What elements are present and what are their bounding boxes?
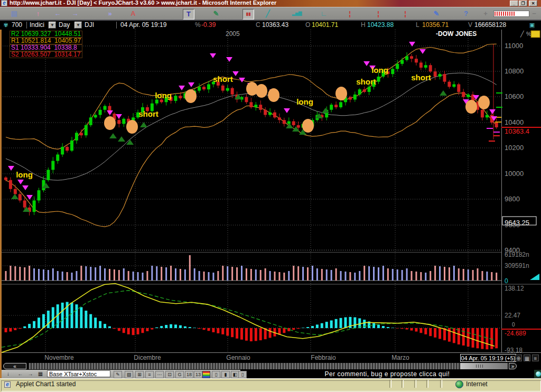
candle	[353, 95, 357, 100]
signal-label: long	[296, 97, 313, 106]
pen-icon[interactable]: ✎	[431, 9, 442, 18]
zoom-plus-icon[interactable]: +	[480, 9, 491, 18]
candle	[457, 85, 460, 92]
marker1-icon[interactable]: ¦	[344, 9, 355, 18]
fast-forward-icon[interactable]: »	[105, 9, 115, 18]
home-scale-button[interactable]	[531, 31, 540, 38]
macd-bar	[372, 323, 375, 328]
scroll-left-button[interactable]: «	[3, 363, 26, 369]
volume-bar	[468, 269, 469, 281]
sell-triangle-icon	[116, 114, 122, 119]
import-icon[interactable]: ↓	[4, 370, 12, 378]
minimize-button[interactable]: _	[510, 1, 518, 6]
volume-bar	[255, 269, 257, 281]
macd-bar	[316, 324, 319, 328]
zoom-tool-icon[interactable]: ⊕	[515, 354, 522, 361]
volume-bar	[246, 268, 247, 281]
candle	[278, 117, 281, 120]
applet-icon[interactable]: ✾	[2, 21, 10, 29]
macd-bar	[203, 328, 206, 330]
wizard-icon[interactable]: ✎	[114, 371, 122, 378]
macd-bar	[5, 328, 7, 332]
scroll-data-strip[interactable]	[29, 363, 460, 369]
shift-icon[interactable]: ⊡	[165, 371, 174, 378]
month-label: Dicembre	[134, 354, 161, 361]
frame4-icon[interactable]: ▯	[238, 371, 247, 378]
chart-applet: longshortlongshortlongshortlongshort1100…	[0, 30, 541, 378]
volume-bar	[430, 271, 431, 281]
chart-scrollbar[interactable]: « »	[2, 362, 541, 370]
chart-style-select[interactable]: Base XTsar+Xstoc	[47, 370, 110, 377]
volume-bar	[184, 269, 186, 281]
text-tool-icon[interactable]: T	[183, 9, 194, 20]
snapshot-icon[interactable]: ▣	[528, 21, 536, 29]
macd-bar	[424, 328, 427, 334]
macd-bar	[297, 328, 300, 329]
volume-bar	[19, 267, 21, 281]
dropdown-button[interactable]: ▼	[74, 22, 82, 29]
marker3-icon[interactable]: ¦	[400, 9, 411, 18]
marker2-icon[interactable]: ¦	[373, 9, 384, 18]
grid2-icon[interactable]: G	[175, 371, 184, 378]
candle	[89, 117, 92, 125]
draw-tool-icon[interactable]: ✎	[211, 9, 221, 18]
image-icon[interactable]: ▧	[125, 371, 133, 378]
frame1-icon[interactable]: ▯	[212, 371, 220, 378]
sort-icon[interactable]: A	[128, 9, 138, 18]
chart-canvas[interactable]: longshortlongshortlongshortlongshort1100…	[2, 30, 541, 353]
volume-bar	[57, 271, 59, 281]
message-banner[interactable]: Per commenti, bug e proposte clicca qui!	[240, 370, 534, 378]
dropdown-button[interactable]: ▼	[49, 22, 56, 29]
colors-icon[interactable]	[202, 371, 210, 378]
candle	[94, 115, 97, 118]
step-chart-icon[interactable]: ∟	[319, 9, 329, 18]
volume-bar	[212, 273, 214, 281]
volume-bar	[331, 270, 332, 281]
volume-bar	[29, 266, 30, 281]
grid-icon[interactable]: ▦	[36, 370, 44, 378]
next-icon[interactable]: →	[26, 370, 34, 378]
help-icon[interactable]: ?	[461, 9, 471, 18]
line-scale-icon[interactable]: ╱	[520, 30, 525, 38]
close-button[interactable]: ✕	[529, 1, 537, 6]
pattern-icon[interactable]: ▦	[524, 354, 530, 361]
sell-triangle-icon	[284, 108, 290, 113]
macd-bar	[344, 318, 347, 328]
restore-button[interactable]: ❐	[519, 1, 527, 6]
volume-bar	[368, 266, 370, 281]
right-arrow-icon[interactable]: →	[70, 9, 80, 18]
prev-icon[interactable]: ←	[16, 370, 24, 378]
volume-bar	[363, 266, 365, 281]
line-chart-icon[interactable]: ╱	[263, 9, 273, 18]
ruler-icon[interactable]: ⊞	[135, 371, 144, 378]
scroll-thumb[interactable]	[460, 363, 508, 369]
ie-doc-icon: e	[4, 381, 11, 388]
bar-chart-icon[interactable]: ▂▅▇	[292, 9, 302, 18]
candle	[405, 56, 408, 60]
volume-bar	[137, 272, 139, 281]
dots-icon[interactable]: ≡	[145, 371, 154, 378]
volume-bar	[359, 271, 360, 281]
zoom-range[interactable]	[493, 11, 529, 17]
candle	[33, 200, 36, 212]
zoom-minus-icon[interactable]: −	[529, 9, 539, 18]
left-arrow-icon[interactable]: ←	[52, 9, 63, 18]
menu-icon[interactable]: ≡	[532, 354, 539, 361]
period-select-value[interactable]: Day	[59, 21, 70, 30]
num18-icon[interactable]: 18	[185, 371, 193, 378]
macd-bar	[434, 328, 436, 338]
volume-bar	[453, 266, 455, 281]
form-icon[interactable]: ▤	[9, 9, 20, 18]
candle	[339, 102, 342, 107]
candlestick-icon[interactable]: ▮▮	[242, 9, 254, 20]
columns-icon[interactable]: ⋯	[155, 371, 164, 378]
frame2-icon[interactable]: ▮	[221, 371, 230, 378]
ie-icon: e	[1, 0, 7, 6]
candle	[56, 154, 59, 161]
up-arrow-icon[interactable]: ↑	[33, 9, 43, 18]
signal-label: short	[356, 77, 376, 86]
market-select-value[interactable]: Indici	[30, 21, 44, 30]
scroll-right-button[interactable]: »	[509, 363, 517, 369]
macd-bar	[170, 324, 172, 328]
num13-icon[interactable]: 13	[194, 371, 202, 378]
